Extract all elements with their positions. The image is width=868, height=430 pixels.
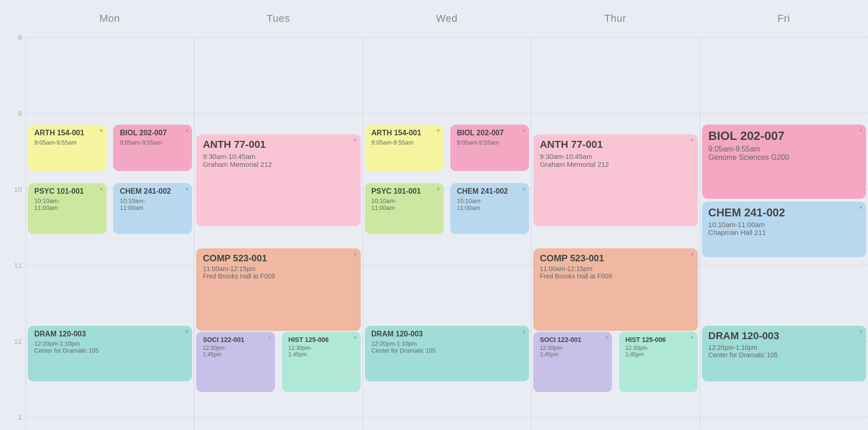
event-title: DRAM 120-003	[708, 329, 860, 343]
event-psyc-mon[interactable]: × PSYC 101-001 10:10am-11:00am	[28, 183, 107, 234]
event-biol-mon[interactable]: × BIOL 202-007 9:05am-9:55am	[113, 125, 192, 171]
event-location: Center for Dramatic 105	[34, 347, 185, 354]
close-anth-thur[interactable]: ×	[691, 137, 694, 144]
time-12: 12	[14, 337, 22, 345]
event-soci-thur[interactable]: × SOCI 122-001 12:30pm-1:45pm	[533, 332, 612, 392]
close-psyc-wed[interactable]: ×	[437, 186, 440, 192]
event-title: SOCI 122-001	[540, 335, 606, 344]
time-column: 8 9 10 11 12 1	[0, 37, 26, 430]
col-tuesday: × ANTH 77-001 9:30am-10:45am Graham Memo…	[194, 37, 362, 430]
event-location: Graham Memorial 212	[203, 160, 354, 168]
calendar: Mon Tues Wed Thur Fri 8 9 10 11 12 1 ×	[0, 0, 868, 430]
event-title: HIST 125-006	[625, 335, 691, 344]
event-title: BIOL 202-007	[708, 128, 860, 144]
event-title: DRAM 120-003	[34, 329, 185, 339]
close-biol-fri[interactable]: ×	[859, 127, 862, 134]
event-time: 10:10am-11:00am	[457, 197, 523, 211]
event-chem-mon[interactable]: × CHEM 241-002 10:10am-11:00am	[113, 183, 192, 234]
event-dram-mon[interactable]: × DRAM 120-003 12:20pm-1:10pm Center for…	[28, 326, 192, 381]
event-time: 12:20pm-1:10pm	[371, 340, 523, 347]
event-title: COMP 523-001	[203, 252, 354, 264]
event-time: 9:05am-9:55am	[34, 139, 100, 146]
header-row: Mon Tues Wed Thur Fri	[0, 0, 868, 37]
event-arth-mon[interactable]: × ARTH 154-001 9:05am-9:55am	[28, 125, 107, 171]
event-title: PSYC 101-001	[371, 187, 437, 196]
close-dram-fri[interactable]: ×	[859, 329, 862, 335]
event-location: Fred Brooks Hall at F009	[540, 272, 691, 280]
event-location: Genome Sciences G200	[708, 153, 860, 162]
event-title: ARTH 154-001	[371, 128, 437, 138]
event-title: BIOL 202-007	[120, 128, 185, 138]
event-time: 9:05am-9:55am	[708, 145, 860, 153]
close-chem-wed[interactable]: ×	[522, 186, 525, 192]
event-soci-tues[interactable]: × SOCI 122-001 12:30pm-1:45pm	[196, 332, 275, 392]
time-1: 1	[18, 413, 22, 421]
close-hist-thur[interactable]: ×	[691, 335, 694, 341]
event-time: 12:20pm-1:10pm	[34, 340, 185, 347]
event-title: CHEM 241-002	[457, 187, 523, 196]
event-time: 9:05am-9:55am	[457, 139, 523, 146]
close-biol-mon[interactable]: ×	[185, 127, 188, 134]
col-monday: × ARTH 154-001 9:05am-9:55am × BIOL 202-…	[26, 37, 194, 430]
grid-body: 8 9 10 11 12 1 × ARTH 154-001 9:05am-9:5…	[0, 37, 868, 430]
event-hist-tues[interactable]: × HIST 125-006 12:30pm-1:45pm	[282, 332, 361, 392]
close-dram-wed[interactable]: ×	[522, 329, 525, 335]
event-comp-tues[interactable]: × COMP 523-001 11:00am-12:15pm Fred Broo…	[196, 248, 360, 331]
event-arth-wed[interactable]: × ARTH 154-001 9:05am-9:55am	[365, 125, 444, 171]
event-anth-thur[interactable]: × ANTH 77-001 9:30am-10:45am Graham Memo…	[533, 134, 697, 226]
event-dram-wed[interactable]: × DRAM 120-003 12:20pm-1:10pm Center for…	[365, 326, 529, 381]
event-anth-tues[interactable]: × ANTH 77-001 9:30am-10:45am Graham Memo…	[196, 134, 360, 226]
event-location: Graham Memorial 212	[540, 160, 691, 168]
close-chem-fri[interactable]: ×	[859, 204, 862, 211]
event-time: 10:10am-11:00am	[708, 221, 860, 228]
time-9: 9	[18, 109, 22, 117]
close-comp-tues[interactable]: ×	[354, 251, 357, 258]
event-chem-wed[interactable]: × CHEM 241-002 10:10am-11:00am	[450, 183, 529, 234]
event-title: SOCI 122-001	[203, 335, 268, 344]
event-time: 10:10am-11:00am	[34, 197, 100, 211]
close-biol-wed[interactable]: ×	[522, 127, 525, 134]
event-location: Center for Dramatic 105	[371, 347, 523, 354]
event-dram-fri[interactable]: × DRAM 120-003 12:20pm-1:10pm Center for…	[702, 326, 866, 381]
event-chem-fri[interactable]: × CHEM 241-002 10:10am-11:00am Chapman H…	[702, 202, 866, 257]
event-hist-thur[interactable]: × HIST 125-006 12:30pm-1:45pm	[619, 332, 698, 392]
event-psyc-wed[interactable]: × PSYC 101-001 10:10am-11:00am	[365, 183, 444, 234]
event-comp-thur[interactable]: × COMP 523-001 11:00am-12:15pm Fred Broo…	[533, 248, 697, 331]
event-biol-fri[interactable]: × BIOL 202-007 9:05am-9:55am Genome Scie…	[702, 125, 866, 199]
event-title: ANTH 77-001	[540, 138, 691, 152]
day-header-tues: Tues	[194, 13, 362, 25]
event-time: 12:30pm-1:45pm	[625, 345, 691, 358]
event-location: Chapman Hall 211	[708, 228, 860, 236]
col-thursday: × ANTH 77-001 9:30am-10:45am Graham Memo…	[531, 37, 699, 430]
day-header-wed: Wed	[363, 13, 531, 25]
close-hist-tues[interactable]: ×	[354, 335, 357, 341]
close-comp-thur[interactable]: ×	[691, 251, 694, 258]
close-arth-mon[interactable]: ×	[100, 127, 103, 134]
close-anth-tues[interactable]: ×	[354, 137, 357, 144]
close-arth-wed[interactable]: ×	[437, 127, 440, 134]
close-chem-mon[interactable]: ×	[185, 186, 188, 192]
event-title: ARTH 154-001	[34, 128, 100, 138]
event-location: Fred Brooks Hall at F009	[203, 272, 354, 280]
event-location: Center for Dramatic 105	[708, 351, 860, 359]
day-header-thur: Thur	[531, 13, 699, 25]
day-header-mon: Mon	[26, 13, 194, 25]
event-time: 9:05am-9:55am	[371, 139, 437, 146]
close-psyc-mon[interactable]: ×	[100, 186, 103, 192]
event-time: 12:30pm-1:45pm	[540, 345, 606, 358]
col-friday: × BIOL 202-007 9:05am-9:55am Genome Scie…	[700, 37, 868, 430]
event-time: 12:30pm-1:45pm	[288, 345, 354, 358]
close-soci-thur[interactable]: ×	[605, 335, 608, 341]
event-title: DRAM 120-003	[371, 329, 523, 339]
event-time: 9:30am-10:45am	[540, 152, 691, 160]
col-wednesday: × ARTH 154-001 9:05am-9:55am × BIOL 202-…	[363, 37, 531, 430]
event-title: PSYC 101-001	[34, 187, 100, 196]
time-10: 10	[14, 185, 22, 193]
close-soci-tues[interactable]: ×	[268, 335, 271, 341]
day-header-fri: Fri	[700, 13, 868, 25]
close-dram-mon[interactable]: ×	[185, 329, 188, 335]
event-biol-wed[interactable]: × BIOL 202-007 9:05am-9:55am	[450, 125, 529, 171]
event-time: 10:10am-11:00am	[371, 197, 437, 211]
event-time: 9:30am-10:45am	[203, 152, 354, 160]
time-8: 8	[18, 33, 22, 41]
